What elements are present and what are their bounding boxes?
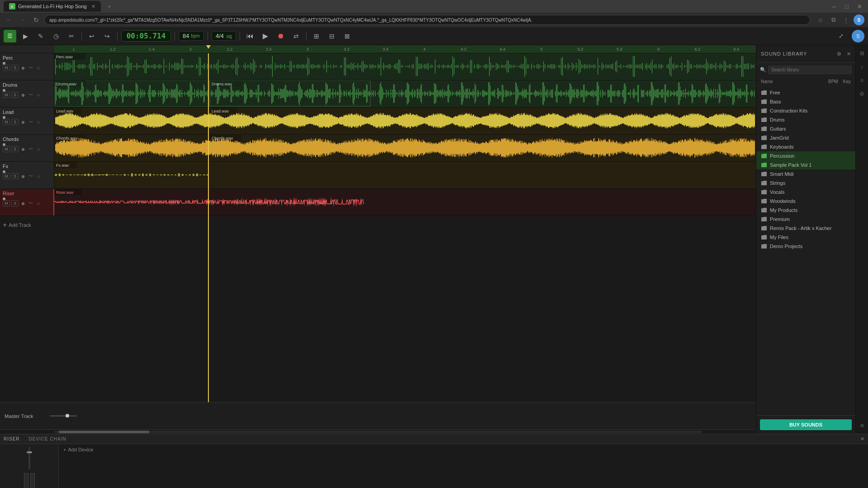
library-item-sample-pack[interactable]: Sample Pack Vol 1 (756, 160, 855, 169)
library-item-jamgrid[interactable]: JamGrid (756, 133, 855, 142)
extensions-icon[interactable]: ⧉ (828, 15, 838, 25)
lead-expand-icon[interactable]: ⊹ (35, 119, 42, 125)
library-item-keyboards[interactable]: Keyboards (756, 142, 855, 151)
fx-waveform-icon[interactable]: 〜 (28, 173, 34, 179)
skip-back-button[interactable]: ⏮ (244, 30, 256, 42)
track-content-lead[interactable] (54, 108, 756, 134)
library-item-smart-midi[interactable]: Smart Midi (756, 169, 855, 178)
library-item-free[interactable]: Free (756, 88, 855, 97)
settings-icon[interactable]: ⋮ (841, 15, 851, 25)
chords-waveform-icon[interactable]: 〜 (28, 146, 34, 152)
panel-close-button[interactable]: ✕ (860, 436, 864, 442)
buy-sounds-button[interactable]: BUY SOUNDS (760, 419, 852, 430)
fx-mute-btn[interactable]: M (3, 173, 10, 179)
perc-solo-btn[interactable]: S (11, 65, 19, 71)
side-icon-eq[interactable]: ≡ (858, 76, 867, 85)
library-close-button[interactable]: ✕ (847, 51, 851, 57)
select-tool-button[interactable]: ▶ (19, 30, 32, 42)
fx-record-icon[interactable]: ⏺ (20, 173, 26, 179)
master-volume-slider[interactable] (50, 415, 77, 417)
clock-tool-button[interactable]: ◷ (50, 30, 62, 42)
cut-tool-button[interactable]: ✂ (65, 30, 78, 42)
scroll-thumb[interactable] (59, 431, 149, 433)
lead-vol-knob[interactable] (3, 116, 5, 119)
library-item-construction[interactable]: Construction Kits (756, 106, 855, 115)
library-item-percussion[interactable]: Percussion (756, 151, 855, 160)
tracks-scroll-area[interactable]: Perc M S ⏺ 〜 ⊹ (0, 53, 756, 402)
perc-vol-knob[interactable] (3, 62, 5, 65)
track-content-fx[interactable] (54, 162, 756, 188)
chords-vol-knob[interactable] (3, 143, 5, 146)
riser-waveform-icon[interactable]: 〜 (28, 200, 34, 206)
lead-solo-btn[interactable]: S (11, 119, 19, 125)
library-item-drums[interactable]: Drums (756, 115, 855, 124)
library-item-strings[interactable]: Strings (756, 178, 855, 188)
redo-button[interactable]: ↪ (101, 30, 113, 42)
perc-mute-btn[interactable]: M (3, 65, 10, 71)
fx-solo-btn[interactable]: S (11, 173, 19, 179)
tab-close-icon[interactable]: ✕ (91, 4, 95, 9)
side-icon-1[interactable]: ⊞ (858, 49, 867, 58)
add-device-button[interactable]: + Add Device (63, 447, 863, 452)
library-item-remix-pack[interactable]: Remix Pack - Artik x Kacher (756, 224, 855, 233)
perc-expand-icon[interactable]: ⊹ (35, 65, 42, 71)
loop-button[interactable]: ⇄ (290, 30, 302, 42)
drums-solo-btn[interactable]: S (11, 92, 19, 98)
address-bar[interactable]: app.ampedstudio.com/?_gl=1*zkt20c*_ga*MT… (44, 15, 810, 25)
perc-waveform-icon[interactable]: 〜 (28, 65, 34, 71)
library-item-my-files[interactable]: My Files (756, 233, 855, 242)
fx-vol-knob[interactable] (3, 170, 5, 173)
fader-track[interactable] (28, 447, 30, 469)
arrange-button[interactable]: ⊞ (310, 30, 323, 42)
lead-waveform-icon[interactable]: 〜 (28, 119, 34, 125)
chords-expand-icon[interactable]: ⊹ (35, 146, 42, 152)
master-button[interactable]: ⊠ (341, 30, 354, 42)
track-content-perc[interactable] (54, 53, 756, 80)
chords-solo-btn[interactable]: S (11, 146, 19, 152)
profile-avatar[interactable]: S (854, 14, 864, 25)
riser-mute-btn[interactable]: M (3, 200, 10, 206)
library-item-bass[interactable]: Bass (756, 97, 855, 106)
drums-record-icon[interactable]: ⏺ (20, 92, 26, 98)
riser-expand-icon[interactable]: ⊹ (35, 200, 42, 206)
side-icon-4[interactable]: ⚙ (858, 89, 867, 99)
riser-record-icon[interactable]: ⏺ (20, 200, 26, 206)
side-icon-2[interactable]: ♪ (858, 62, 867, 71)
menu-button[interactable]: ☰ (4, 30, 16, 42)
drums-waveform-icon[interactable]: 〜 (28, 92, 34, 98)
fx-expand-icon[interactable]: ⊹ (35, 173, 42, 179)
perc-record-icon[interactable]: ⏺ (20, 65, 26, 71)
library-item-guitars[interactable]: Guitars (756, 124, 855, 133)
undo-button[interactable]: ↩ (85, 30, 98, 42)
zoom-icon[interactable]: ⤢ (835, 30, 847, 42)
play-button[interactable]: ▶ (259, 30, 272, 42)
bookmark-icon[interactable]: ☆ (816, 15, 826, 25)
track-content-drums[interactable] (54, 80, 756, 107)
fader-thumb[interactable] (27, 451, 32, 453)
time-sig-display[interactable]: 4/4 sig (212, 31, 236, 41)
h-scrollbar[interactable] (0, 429, 756, 434)
library-item-vocals[interactable]: Vocals (756, 188, 855, 197)
minimize-icon[interactable]: ─ (829, 1, 839, 11)
library-item-my-products[interactable]: My Products (756, 206, 855, 215)
lead-record-icon[interactable]: ⏺ (20, 119, 26, 125)
reload-button[interactable]: ↻ (31, 14, 42, 25)
bpm-display[interactable]: 84 bpm (179, 31, 204, 41)
scroll-track[interactable] (54, 431, 702, 433)
user-avatar[interactable]: S (852, 30, 864, 42)
new-tab-button[interactable]: + (103, 1, 116, 12)
master-volume-knob[interactable] (66, 414, 69, 418)
library-item-premium[interactable]: Premium (756, 215, 855, 224)
mix-button[interactable]: ⊟ (326, 30, 338, 42)
library-search-input[interactable] (768, 66, 852, 74)
riser-solo-btn[interactable]: S (11, 200, 19, 206)
restore-icon[interactable]: □ (842, 1, 852, 11)
chords-record-icon[interactable]: ⏺ (20, 146, 26, 152)
library-item-woodwinds[interactable]: Woodwinds (756, 197, 855, 206)
add-track-area[interactable]: + Add Track (0, 216, 756, 234)
forward-button[interactable]: → (17, 14, 28, 25)
library-settings-icon[interactable]: ⚙ (834, 49, 844, 59)
riser-vol-knob[interactable] (3, 197, 5, 200)
library-item-demo-projects[interactable]: Demo Projects (756, 242, 855, 251)
back-button[interactable]: ← (4, 14, 14, 25)
